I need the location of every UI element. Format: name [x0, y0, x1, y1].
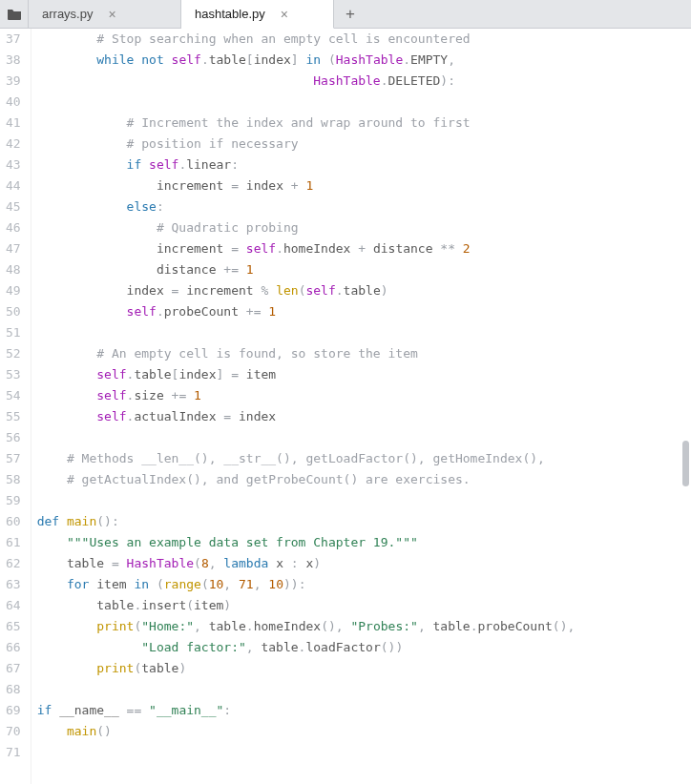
- line-number: 55: [6, 406, 21, 427]
- line-number: 38: [6, 50, 21, 71]
- line-number: 63: [6, 574, 21, 595]
- code-line: main(): [37, 721, 691, 742]
- close-icon[interactable]: ×: [279, 6, 290, 23]
- code-line: increment = index + 1: [37, 175, 691, 196]
- tab-arrays-py[interactable]: arrays.py×: [29, 0, 181, 28]
- line-number: 44: [6, 175, 21, 196]
- project-files-button[interactable]: [0, 0, 29, 28]
- line-number: 43: [6, 155, 21, 175]
- line-number: 71: [6, 742, 21, 763]
- code-line: increment = self.homeIndex + distance **…: [37, 238, 691, 259]
- code-line: def main():: [37, 511, 691, 532]
- code-line: [37, 742, 691, 763]
- code-line: [37, 679, 691, 700]
- code-line: print("Home:", table.homeIndex(), "Probe…: [37, 616, 691, 637]
- line-number: 65: [6, 616, 21, 637]
- code-line: "Load factor:", table.loadFactor()): [37, 637, 691, 658]
- line-number: 60: [6, 511, 21, 532]
- code-line: for item in (range(10, 71, 10)):: [37, 574, 691, 595]
- tabs-container: arrays.py×hashtable.py×: [29, 0, 334, 28]
- line-number: 47: [6, 238, 21, 259]
- line-number: 53: [6, 364, 21, 385]
- code-line: # Quadratic probing: [37, 217, 691, 238]
- line-number: 42: [6, 134, 21, 155]
- code-line: HashTable.DELETED):: [37, 71, 691, 92]
- code-line: table = HashTable(8, lambda x : x): [37, 553, 691, 574]
- line-number: 68: [6, 679, 21, 700]
- line-number: 37: [6, 29, 21, 50]
- code-line: while not self.table[index] in (HashTabl…: [37, 50, 691, 71]
- close-icon[interactable]: ×: [106, 6, 117, 23]
- code-line: # position if necessary: [37, 134, 691, 155]
- line-number: 62: [6, 553, 21, 574]
- line-number: 40: [6, 92, 21, 113]
- code-line: table.insert(item): [37, 595, 691, 616]
- code-line: else:: [37, 196, 691, 217]
- code-line: # Increment the index and wrap around to…: [37, 113, 691, 134]
- code-area[interactable]: # Stop searching when an empty cell is e…: [31, 29, 691, 784]
- line-number-gutter: 3738394041424344454647484950515253545556…: [0, 29, 31, 784]
- code-line: """Uses an example data set from Chapter…: [37, 532, 691, 553]
- line-number: 46: [6, 217, 21, 238]
- code-line: # getActualIndex(), and getProbeCount() …: [37, 469, 691, 490]
- line-number: 41: [6, 113, 21, 134]
- line-number: 39: [6, 71, 21, 92]
- tab-hashtable-py[interactable]: hashtable.py×: [181, 0, 334, 29]
- line-number: 50: [6, 301, 21, 322]
- code-line: [37, 490, 691, 511]
- line-number: 66: [6, 637, 21, 658]
- line-number: 61: [6, 532, 21, 553]
- code-line: [37, 427, 691, 448]
- code-line: self.probeCount += 1: [37, 301, 691, 322]
- line-number: 52: [6, 343, 21, 364]
- code-line: print(table): [37, 658, 691, 679]
- code-line: # An empty cell is found, so store the i…: [37, 343, 691, 364]
- line-number: 54: [6, 385, 21, 406]
- line-number: 70: [6, 721, 21, 742]
- code-line: # Methods __len__(), __str__(), getLoadF…: [37, 448, 691, 469]
- folder-icon: [7, 8, 22, 21]
- code-line: [37, 92, 691, 113]
- code-line: self.actualIndex = index: [37, 406, 691, 427]
- code-line: [37, 322, 691, 343]
- code-line: if self.linear:: [37, 155, 691, 175]
- line-number: 56: [6, 427, 21, 448]
- new-tab-button[interactable]: +: [334, 0, 366, 28]
- code-line: self.size += 1: [37, 385, 691, 406]
- line-number: 48: [6, 259, 21, 280]
- line-number: 59: [6, 490, 21, 511]
- code-line: distance += 1: [37, 259, 691, 280]
- line-number: 69: [6, 700, 21, 721]
- line-number: 45: [6, 196, 21, 217]
- line-number: 67: [6, 658, 21, 679]
- line-number: 64: [6, 595, 21, 616]
- tab-bar: arrays.py×hashtable.py× +: [0, 0, 691, 29]
- vertical-scrollbar[interactable]: [682, 441, 689, 486]
- line-number: 57: [6, 448, 21, 469]
- code-editor[interactable]: 3738394041424344454647484950515253545556…: [0, 29, 691, 784]
- code-line: # Stop searching when an empty cell is e…: [37, 29, 691, 50]
- code-line: if __name__ == "__main__":: [37, 700, 691, 721]
- line-number: 49: [6, 280, 21, 301]
- code-line: self.table[index] = item: [37, 364, 691, 385]
- tab-label: arrays.py: [42, 7, 93, 21]
- line-number: 58: [6, 469, 21, 490]
- code-line: index = increment % len(self.table): [37, 280, 691, 301]
- line-number: 51: [6, 322, 21, 343]
- tab-label: hashtable.py: [195, 7, 265, 21]
